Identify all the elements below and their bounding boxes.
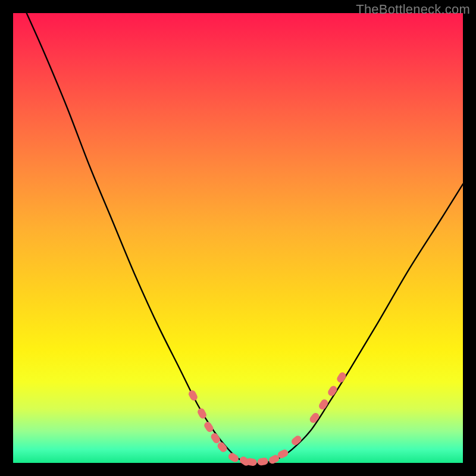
highlight-markers: [187, 371, 347, 467]
watermark-text: TheBottleneck.com: [356, 2, 470, 17]
highlight-marker: [336, 371, 347, 384]
highlight-marker: [203, 421, 215, 434]
highlight-marker: [327, 384, 339, 397]
bottleneck-curve: [27, 13, 463, 464]
highlight-marker: [227, 452, 240, 464]
highlight-marker: [318, 398, 330, 411]
curve-svg: [13, 13, 463, 463]
highlight-marker: [308, 412, 321, 425]
highlight-marker: [187, 389, 199, 402]
highlight-marker: [290, 434, 303, 447]
chart-plot-area: [13, 13, 463, 463]
highlight-marker: [257, 457, 269, 466]
